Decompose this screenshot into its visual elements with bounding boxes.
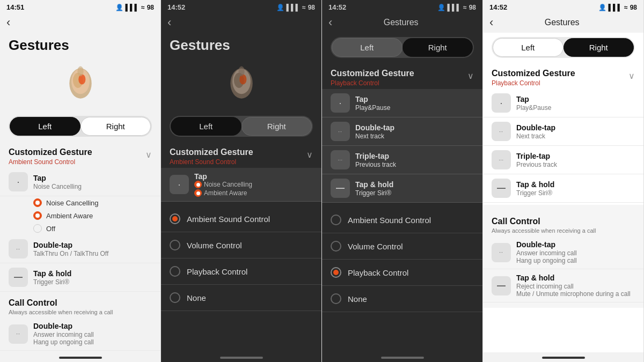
customized-sub-4: Playback Control [492,79,575,87]
tt-sub-3: Previous track [355,161,474,168]
radio-none-3[interactable]: None [322,286,482,312]
gesture-doubletap-1: ·· Double-tap TalkThru On / TalkThru Off [0,235,160,263]
battery-icon-3: 98 [469,4,476,11]
toggle-left-1[interactable]: Left [10,117,80,136]
aa-option-2: Ambient Aware [204,189,247,197]
tt-title-3: Triple-tap [355,152,474,160]
customized-sub-1: Ambient Sound Control [9,158,92,166]
radio-none-label-2: None [187,293,206,302]
signal-icon-2: ▌▌▌ [287,4,301,11]
chevron-icon-3[interactable]: ∨ [467,71,474,81]
radio-ambient-label-3: Ambient Sound Control [348,216,431,225]
tap-title-1: Tap [33,174,152,182]
check-nc-1: Noise Cancelling [0,196,160,209]
tap-title-4: Tap [516,95,635,104]
gesture-dt-3: ·· Double-tap Next track [322,117,482,146]
status-icons-1: 👤 ▌▌▌ ≈ 98 [115,4,154,11]
gesture-th-4: — Tap & hold Trigger Siri® [483,174,643,203]
customized-header-3: Customized Gesture Playback Control ∨ [322,63,482,89]
toggle-group-2: Left Right [170,116,313,137]
callcontrol-header-4: Call Control Always accessible when rece… [483,210,643,236]
bottom-bar-2 [220,357,263,359]
toggle-right-3[interactable]: Right [402,38,473,57]
chevron-icon-2[interactable]: ∨ [306,150,313,160]
check-ambient-aware [33,211,42,220]
th-title-4: Tap & hold [516,180,635,189]
nav-title-4: Gestures [497,18,626,27]
toggle-right-1[interactable]: Right [80,117,151,136]
check-aa-label: Ambient Aware [46,212,93,220]
back-button-2[interactable]: ‹ [167,16,171,29]
toggle-left-3[interactable]: Left [332,38,402,57]
radio-playback-2[interactable]: Playback Control [161,258,321,285]
chevron-icon-1[interactable]: ∨ [145,150,152,160]
radio-ambient-label-2: Ambient Sound Control [187,215,270,224]
customized-title-1: Customized Gesture [9,147,92,157]
tap-icon-4: · [492,93,511,113]
radio-list-3: Ambient Sound Control Volume Control Pla… [322,203,482,316]
check-nc-label: Noise Cancelling [46,199,99,207]
radio-volume-3[interactable]: Volume Control [322,233,482,260]
status-bar-4: 14:52 👤 ▌▌▌ ≈ 98 [483,0,643,13]
tap-icon-1: · [9,172,28,191]
status-icons-2: 👤 ▌▌▌ ≈ 98 [276,4,315,11]
radio-ambient-3[interactable]: Ambient Sound Control [322,207,482,233]
tap-sub-3: Play&Pause [355,104,474,112]
radio-volume-label-2: Volume Control [187,241,242,250]
check-off [33,224,42,233]
th-icon-3: — [331,179,350,198]
callcontrol-dt-1: ·· Double-tap Answer incoming callHang u… [0,317,160,351]
radio-volume-2[interactable]: Volume Control [161,232,321,258]
radio-circle-ambient-3 [331,215,341,225]
tap-sub-1: Noise Cancelling [33,183,152,190]
radio-list-2: Ambient Sound Control Volume Control Pla… [161,202,321,315]
earbud-image-2 [161,57,321,110]
back-button-1[interactable]: ‹ [6,16,10,29]
toggle-right-4[interactable]: Right [564,38,634,57]
call-th-title-4: Tap & hold [516,274,635,282]
radio-playback-label-2: Playback Control [187,267,247,276]
wifi-icon-3: ≈ [463,4,467,11]
check-aa-1: Ambient Aware [0,209,160,222]
battery-icon: 98 [147,4,154,11]
customized-sub-2: Ambient Sound Control [170,158,253,166]
bottom-bar-4 [542,357,585,359]
dt-sub-3: Next track [355,132,474,140]
back-button-4[interactable]: ‹ [489,16,493,29]
content-4: Left Right Customized Gesture Playback C… [483,33,643,352]
customized-sub-3: Playback Control [331,79,414,87]
radio-circle-volume-3 [331,241,341,252]
gesture-tap-3: · Tap Play&Pause [322,89,482,117]
tap-icon-3: · [331,93,350,113]
radio-playback-3[interactable]: Playback Control [322,260,482,286]
radio-circle-volume-2 [170,240,180,250]
th-title-3: Tap & hold [355,180,474,189]
callcontrol-header-1: Call Control Always accessible when rece… [0,292,160,317]
nav-bar-1: ‹ [0,13,160,33]
tt-sub-4: Previous track [516,161,635,168]
radio-none-label-3: None [348,294,367,304]
customized-title-4: Customized Gesture [492,69,575,78]
chevron-icon-4[interactable]: ∨ [628,71,635,81]
toggle-group-4: Left Right [492,37,635,58]
taphold-title-1: Tap & hold [33,269,152,278]
gesture-th-3: — Tap & hold Trigger Siri® [322,174,482,203]
status-time-3: 14:52 [328,3,346,11]
call-th-icon-4: — [492,276,511,295]
tt-icon-3: ··· [331,150,350,169]
radio-none-2[interactable]: None [161,285,321,311]
toggle-left-4[interactable]: Left [493,38,564,57]
panel-2: 14:52 👤 ▌▌▌ ≈ 98 ‹ Gestures Left Right [161,0,322,362]
back-button-3[interactable]: ‹ [328,16,332,29]
dt-icon-3: ·· [331,122,350,141]
nav-bar-2: ‹ [161,13,321,33]
th-sub-3: Trigger Siri® [355,189,474,197]
toggle-right-2[interactable]: Right [241,117,312,136]
radio-circle-ambient-2 [170,213,180,224]
callcontrol-sub-4: Always accessible when receiving a call [492,227,635,234]
toggle-group-1: Left Right [9,116,152,137]
toggle-left-2[interactable]: Left [171,117,241,136]
callcontrol-section-4: Call Control Always accessible when rece… [483,205,643,308]
svg-point-9 [238,67,244,77]
radio-ambient-2[interactable]: Ambient Sound Control [161,206,321,232]
